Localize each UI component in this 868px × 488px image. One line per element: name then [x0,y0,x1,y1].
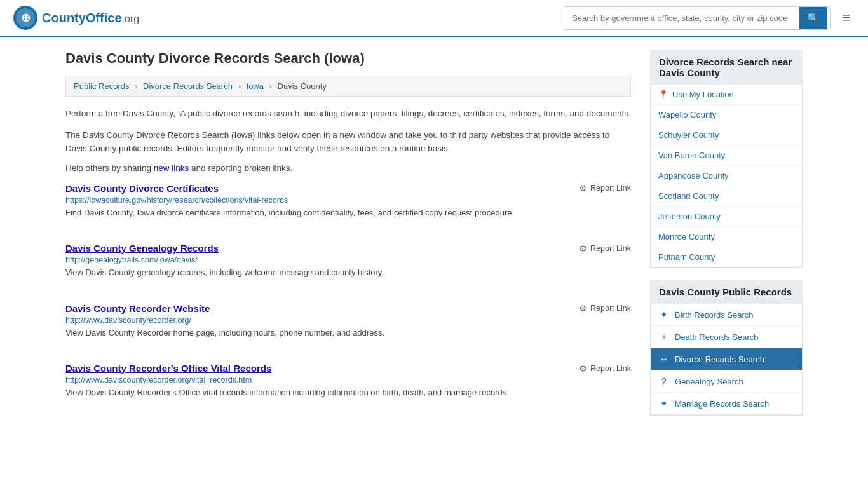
result-title-row: Davis County Divorce Certificates ⚙ Repo… [65,183,631,194]
nearby-counties-list: Wapello CountySchuyler CountyVan Buren C… [651,105,802,267]
nearby-county-link[interactable]: Wapello County [651,105,802,125]
nearby-county-link[interactable]: Appanoose County [651,166,802,186]
public-record-item[interactable]: + Death Records Search [651,326,802,348]
menu-button[interactable]: ≡ [837,7,855,29]
page-title: Davis County Divorce Records Search (Iow… [65,50,631,67]
rec-label: Marriage Records Search [675,399,769,409]
result-description: View Davis County Recorder's Office vita… [65,386,631,399]
report-link[interactable]: ⚙ Report Link [579,243,631,254]
use-my-location-label: Use My Location [672,90,734,99]
nearby-county-link[interactable]: Putnam County [651,247,802,267]
rec-label: Birth Records Search [675,310,754,320]
rec-icon: ↔ [658,354,670,364]
result-title-link[interactable]: Davis County Genealogy Records [65,243,219,254]
site-header: ⊕ CountyOffice.org 🔍 ≡ [0,0,868,37]
nearby-header: Divorce Records Search near Davis County [650,50,803,85]
sidebar: Divorce Records Search near Davis County… [650,50,803,428]
result-entry: Davis County Genealogy Records ⚙ Report … [65,243,631,285]
description-2: The Davis County Divorce Records Search … [65,128,631,156]
result-description: View Davis County Recorder home page, in… [65,327,631,339]
result-title-row: Davis County Recorder Website ⚙ Report L… [65,303,631,314]
report-icon: ⚙ [579,183,587,193]
help-suffix: and reporting broken links. [189,163,292,173]
result-entry: Davis County Recorder's Office Vital Rec… [65,363,631,405]
rec-icon: + [658,332,670,342]
result-title: Davis County Recorder Website [65,303,210,314]
rec-label: Death Records Search [675,332,759,342]
report-link[interactable]: ⚙ Report Link [579,363,631,374]
result-title-link[interactable]: Davis County Divorce Certificates [65,183,219,194]
rec-icon: ⚭ [658,398,670,409]
logo-text: CountyOffice.org [42,11,139,25]
result-url: http://www.daviscountyrecorder.org/ [65,316,631,325]
result-title: Davis County Divorce Certificates [65,183,219,194]
result-title: Davis County Genealogy Records [65,243,219,254]
report-link-label: Report Link [590,304,631,313]
use-my-location[interactable]: 📍 Use My Location [651,85,802,105]
breadcrumb-sep-2: › [238,81,241,91]
result-url: https://iowaculture.gov/history/research… [65,196,631,205]
report-link-label: Report Link [590,184,631,193]
rec-label: Genealogy Search [675,377,743,386]
result-title-link[interactable]: Davis County Recorder's Office Vital Rec… [65,363,271,374]
public-records-list: ✦ Birth Records Search + Death Records S… [650,304,803,416]
result-description: View Davis County genealogy records, inc… [65,266,631,279]
nearby-county-link[interactable]: Scotland County [651,186,802,207]
logo-icon: ⊕ [13,5,38,30]
search-button[interactable]: 🔍 [799,7,827,29]
public-records-section: Davis County Public Records ✦ Birth Reco… [650,280,803,416]
rec-label: Divorce Records Search [675,355,764,364]
nearby-county-link[interactable]: Monroe County [651,227,802,247]
help-text: Help others by sharing new links and rep… [65,163,631,173]
report-link-label: Report Link [590,244,631,253]
search-bar: 🔍 [564,6,831,30]
public-record-item[interactable]: ⚭ Marriage Records Search [651,393,802,415]
breadcrumb-sep-1: › [135,81,137,91]
nearby-county-link[interactable]: Van Buren County [651,146,802,166]
report-icon: ⚙ [579,243,587,254]
public-record-item[interactable]: ↔ Divorce Records Search [651,348,802,370]
rec-icon: ✦ [658,309,670,320]
breadcrumb-sep-3: › [269,81,272,91]
description-1: Perform a free Davis County, IA public d… [65,107,631,121]
nearby-links: 📍 Use My Location Wapello CountySchuyler… [650,85,803,268]
breadcrumb-davis-county: Davis County [278,81,327,91]
report-link[interactable]: ⚙ Report Link [579,303,631,313]
results-container: Davis County Divorce Certificates ⚙ Repo… [65,183,631,405]
search-input[interactable] [564,8,799,28]
svg-text:⊕: ⊕ [21,11,31,24]
report-link[interactable]: ⚙ Report Link [579,183,631,193]
logo-area: ⊕ CountyOffice.org [13,5,139,30]
public-records-header: Davis County Public Records [650,280,803,304]
result-title-link[interactable]: Davis County Recorder Website [65,303,210,314]
result-description: Find Davis County, Iowa divorce certific… [65,207,631,219]
public-record-item[interactable]: ? Genealogy Search [651,370,802,393]
result-url: http://www.daviscountyrecorder.org/vital… [65,376,631,384]
breadcrumb-public-records[interactable]: Public Records [74,81,129,91]
header-right: 🔍 ≡ [564,6,855,30]
nearby-county-link[interactable]: Jefferson County [651,207,802,227]
result-url: http://genealogytrails.com/iowa/davis/ [65,255,631,264]
result-title-row: Davis County Genealogy Records ⚙ Report … [65,243,631,254]
result-title: Davis County Recorder's Office Vital Rec… [65,363,271,374]
report-icon: ⚙ [579,363,587,374]
new-links-link[interactable]: new links [154,163,189,173]
report-link-label: Report Link [590,364,631,373]
nearby-section: Divorce Records Search near Davis County… [650,50,803,268]
report-icon: ⚙ [579,303,587,313]
breadcrumb-divorce-records[interactable]: Divorce Records Search [143,81,233,91]
nearby-county-link[interactable]: Schuyler County [651,125,802,146]
result-title-row: Davis County Recorder's Office Vital Rec… [65,363,631,374]
public-record-item[interactable]: ✦ Birth Records Search [651,304,802,326]
help-prefix: Help others by sharing [65,163,154,173]
rec-icon: ? [658,376,670,386]
location-icon: 📍 [658,90,668,99]
result-entry: Davis County Divorce Certificates ⚙ Repo… [65,183,631,226]
breadcrumb: Public Records › Divorce Records Search … [65,76,631,97]
result-entry: Davis County Recorder Website ⚙ Report L… [65,303,631,346]
breadcrumb-iowa[interactable]: Iowa [247,81,264,91]
main-container: Davis County Divorce Records Search (Iow… [53,37,815,441]
content-area: Davis County Divorce Records Search (Iow… [65,50,631,428]
